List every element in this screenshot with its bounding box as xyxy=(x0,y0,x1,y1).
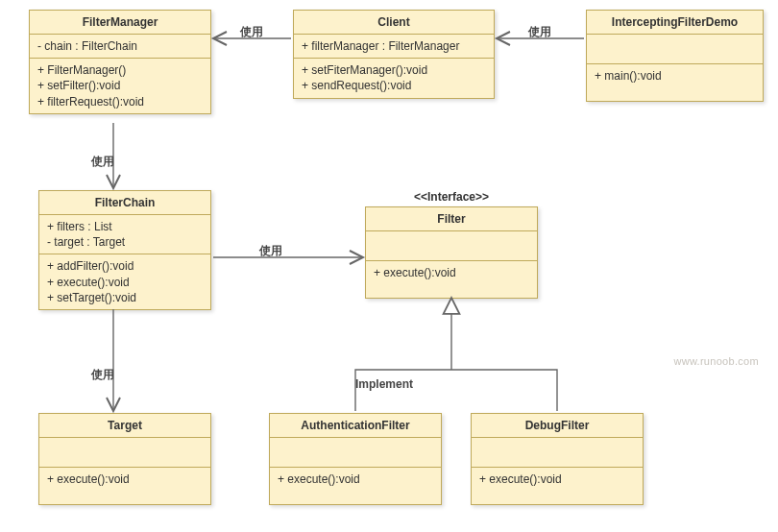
class-filter-ops: + execute():void xyxy=(366,260,537,298)
label-filterchain-target: 使用 xyxy=(91,367,114,383)
class-demo-title: InterceptingFilterDemo xyxy=(587,11,763,34)
class-target-attrs xyxy=(39,437,210,467)
class-filterchain-ops: + addFilter():void + execute():void + se… xyxy=(39,254,210,309)
class-op: + execute():void xyxy=(479,472,635,487)
class-filtermanager-ops: + FilterManager() + setFilter():void + f… xyxy=(30,58,210,113)
class-authenticationfilter: AuthenticationFilter + execute():void xyxy=(269,413,442,505)
class-op: + filterRequest():void xyxy=(37,94,203,109)
class-auth-title: AuthenticationFilter xyxy=(270,414,441,437)
class-target: Target + execute():void xyxy=(38,413,211,505)
class-demo-ops: + main():void xyxy=(587,63,763,101)
class-debug-ops: + execute():void xyxy=(472,467,643,504)
class-op: + setFiterManager():void xyxy=(302,62,486,78)
class-auth-attrs xyxy=(270,437,441,467)
class-op: + execute():void xyxy=(47,275,203,290)
edge-implement-debug xyxy=(451,370,557,411)
class-interceptingfilterdemo: InterceptingFilterDemo + main():void xyxy=(586,10,764,102)
class-filterchain: FilterChain + filters : List - target : … xyxy=(38,190,211,310)
class-debug-title: DebugFilter xyxy=(472,414,643,437)
class-filterchain-title: FilterChain xyxy=(39,191,210,214)
watermark: www.runoob.com xyxy=(673,355,759,367)
class-demo-attrs xyxy=(587,34,763,63)
class-target-title: Target xyxy=(39,414,210,437)
class-op: + execute():void xyxy=(47,472,203,487)
class-filter: Filter + execute():void xyxy=(365,206,538,299)
label-filtermanager-filterchain: 使用 xyxy=(91,154,114,170)
class-debugfilter: DebugFilter + execute():void xyxy=(471,413,644,505)
class-target-ops: + execute():void xyxy=(39,467,210,504)
class-filterchain-attrs: + filters : List - target : Target xyxy=(39,214,210,254)
class-op: + main():void xyxy=(595,68,755,84)
class-op: + addFilter():void xyxy=(47,258,203,274)
class-op: + setFilter():void xyxy=(37,78,203,93)
class-op: + execute():void xyxy=(278,472,433,487)
class-client: Client + filterManager : FilterManager +… xyxy=(293,10,495,99)
label-implement: Implement xyxy=(355,377,413,391)
class-op: + sendRequest():void xyxy=(302,78,486,93)
class-filter-attrs xyxy=(366,230,537,260)
class-attr: + filterManager : FilterManager xyxy=(302,38,486,54)
class-client-attrs: + filterManager : FilterManager xyxy=(294,34,494,58)
class-op: + setTarget():void xyxy=(47,290,203,305)
label-filterchain-filter: 使用 xyxy=(259,243,282,259)
class-attr: + filters : List xyxy=(47,219,203,234)
class-filtermanager: FilterManager - chain : FilterChain + Fi… xyxy=(29,10,211,114)
class-client-ops: + setFiterManager():void + sendRequest()… xyxy=(294,58,494,97)
class-auth-ops: + execute():void xyxy=(270,467,441,504)
class-attr: - chain : FilterChain xyxy=(37,38,203,54)
class-filtermanager-attrs: - chain : FilterChain xyxy=(30,34,210,58)
class-attr: - target : Target xyxy=(47,234,203,250)
class-op: + execute():void xyxy=(374,265,529,280)
label-client-filtermanager: 使用 xyxy=(240,24,263,40)
class-client-title: Client xyxy=(294,11,494,34)
label-demo-client: 使用 xyxy=(528,24,551,40)
interface-stereotype: <<Interface>> xyxy=(365,190,538,204)
class-filtermanager-title: FilterManager xyxy=(30,11,210,34)
class-filter-title: Filter xyxy=(366,207,537,230)
class-op: + FilterManager() xyxy=(37,62,203,78)
class-debug-attrs xyxy=(472,437,643,467)
